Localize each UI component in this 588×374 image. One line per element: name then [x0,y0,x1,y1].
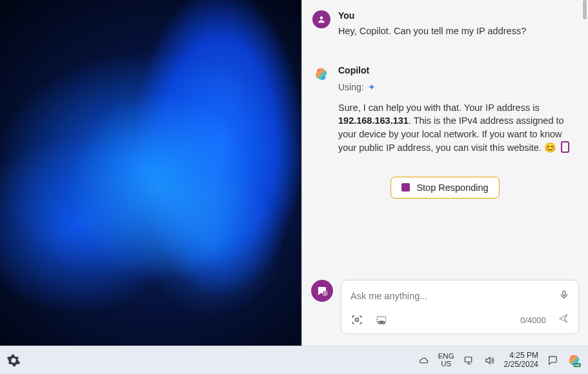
svg-rect-2 [563,291,565,295]
sender-label-copilot: Copilot [338,65,571,75]
stop-responding-label: Stop Responding [416,182,488,193]
message-row-copilot: Copilot Using: ✦ Sure, I can help you wi… [302,55,588,160]
snip-icon[interactable] [375,314,388,326]
notifications-tray-icon[interactable] [547,355,558,366]
svg-text:PRE: PRE [574,363,580,366]
sender-label-user: You [338,10,571,21]
copilot-tray-icon[interactable]: PRE [567,353,582,368]
chat-scroll[interactable]: You Hey, Copilot. Can you tell me my IP … [302,0,588,273]
svg-point-3 [356,319,359,322]
image-search-icon[interactable] [350,314,363,326]
desktop-wallpaper [0,0,301,346]
network-tray-icon[interactable] [463,355,475,366]
new-topic-button[interactable] [311,280,333,302]
taskbar: ENG US 4:25 PM 2/25/2024 [0,346,588,374]
copilot-message-text: Sure, I can help you with that. Your IP … [338,101,571,155]
send-button[interactable] [558,313,569,327]
microphone-icon[interactable] [559,288,569,304]
user-avatar-icon [312,10,330,28]
smile-emoji: 😊 [544,142,556,153]
message-row-user: You Hey, Copilot. Can you tell me my IP … [302,0,588,43]
compose-box: 0/4000 [341,280,579,334]
streaming-cursor [561,141,569,153]
char-counter: 0/4000 [520,315,546,325]
volume-tray-icon[interactable] [484,355,495,366]
using-row: Using: ✦ [338,82,571,92]
using-label: Using: [338,82,364,92]
copilot-avatar-icon [312,65,330,83]
copilot-panel: You Hey, Copilot. Can you tell me my IP … [301,0,588,346]
svg-point-0 [320,16,323,19]
user-message-text: Hey, Copilot. Can you tell me my IP addr… [338,25,571,38]
language-indicator[interactable]: ENG US [438,353,454,368]
onedrive-tray-icon[interactable] [418,356,429,365]
ip-value: 192.168.163.131 [338,115,409,126]
stop-icon [401,183,410,192]
stop-responding-button[interactable]: Stop Responding [390,177,499,199]
settings-icon[interactable] [6,353,21,368]
sparkle-icon: ✦ [368,82,376,92]
prompt-input[interactable] [350,291,559,301]
clock-tray[interactable]: 4:25 PM 2/25/2024 [504,351,538,368]
svg-rect-7 [465,357,472,362]
